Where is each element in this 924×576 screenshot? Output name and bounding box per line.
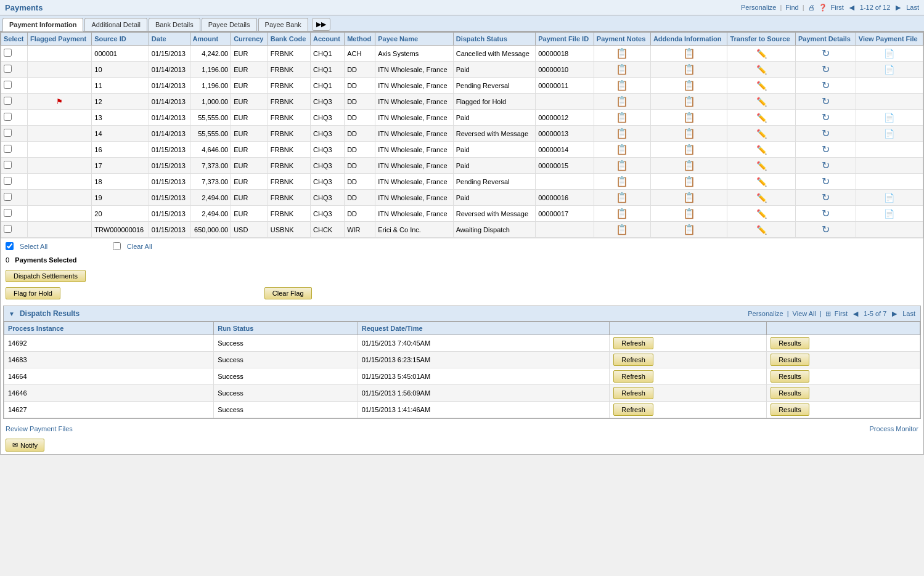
transfer-icon[interactable]: ✏️ [756, 81, 767, 91]
notes-icon[interactable]: 📋 [616, 48, 628, 59]
dispatch-results-button[interactable]: Results [771, 354, 809, 366]
review-payment-files-link[interactable]: Review Payment Files [6, 425, 73, 432]
notes-icon[interactable]: 📋 [616, 224, 628, 235]
tab-additional-detail[interactable]: Additional Detail [84, 18, 147, 31]
cell-payment-details[interactable]: ↻ [795, 206, 856, 222]
cell-select[interactable] [1, 78, 28, 94]
notes-icon[interactable]: 📋 [616, 96, 628, 107]
cell-addenda[interactable]: 📋 [650, 126, 727, 142]
cell-view-payment-file[interactable]: 📄 [856, 62, 923, 78]
tab-arrow[interactable]: ▶▶ [312, 18, 330, 31]
process-monitor-link[interactable]: Process Monitor [870, 425, 918, 432]
cell-view-payment-file[interactable]: 📄 [856, 126, 923, 142]
cell-select[interactable] [1, 206, 28, 222]
cell-transfer[interactable]: ✏️ [727, 78, 796, 94]
cell-select[interactable] [1, 110, 28, 126]
dispatch-last[interactable]: Last [902, 310, 915, 317]
cell-payment-notes[interactable]: 📋 [594, 206, 650, 222]
collapse-arrow[interactable]: ▼ [9, 310, 15, 317]
cell-payment-details[interactable]: ↻ [795, 142, 856, 158]
dispatch-cell-refresh-btn[interactable]: Refresh [610, 335, 767, 352]
row-checkbox[interactable] [4, 129, 12, 137]
dispatch-refresh-button[interactable]: Refresh [613, 337, 653, 349]
cell-select[interactable] [1, 174, 28, 190]
addenda-icon[interactable]: 📋 [683, 48, 695, 59]
row-checkbox[interactable] [4, 81, 12, 89]
find-link[interactable]: Find [785, 4, 798, 11]
row-checkbox[interactable] [4, 49, 12, 57]
doc-icon[interactable]: 📄 [884, 49, 894, 59]
dispatch-prev-arrow[interactable]: ◄ [851, 309, 860, 318]
row-checkbox[interactable] [4, 145, 12, 153]
cell-view-payment-file[interactable] [856, 142, 923, 158]
addenda-icon[interactable]: 📋 [683, 160, 695, 171]
transfer-icon[interactable]: ✏️ [756, 225, 767, 235]
cell-select[interactable] [1, 94, 28, 110]
notes-icon[interactable]: 📋 [616, 208, 628, 219]
dispatch-cell-results-btn[interactable]: Results [767, 352, 920, 368]
cell-transfer[interactable]: ✏️ [727, 110, 796, 126]
print-icon[interactable]: 🖨 [808, 4, 815, 11]
cell-payment-notes[interactable]: 📋 [594, 78, 650, 94]
flag-hold-button[interactable]: Flag for Hold [6, 287, 60, 299]
refresh-icon[interactable]: ↻ [822, 144, 830, 155]
cell-transfer[interactable]: ✏️ [727, 206, 796, 222]
cell-addenda[interactable]: 📋 [650, 62, 727, 78]
cell-view-payment-file[interactable] [856, 158, 923, 174]
cell-payment-notes[interactable]: 📋 [594, 46, 650, 62]
cell-view-payment-file[interactable]: 📄 [856, 206, 923, 222]
cell-select[interactable] [1, 222, 28, 238]
refresh-icon[interactable]: ↻ [822, 208, 830, 219]
row-checkbox[interactable] [4, 193, 12, 201]
dispatch-view-all-link[interactable]: View All [793, 310, 816, 317]
row-checkbox[interactable] [4, 177, 12, 185]
cell-payment-details[interactable]: ↻ [795, 46, 856, 62]
select-all-checkbox[interactable] [6, 242, 14, 250]
notes-icon[interactable]: 📋 [616, 176, 628, 187]
doc-icon[interactable]: 📄 [884, 113, 894, 123]
doc-icon[interactable]: 📄 [884, 65, 894, 75]
transfer-icon[interactable]: ✏️ [756, 97, 767, 107]
cell-payment-details[interactable]: ↻ [795, 62, 856, 78]
help-icon[interactable]: ❓ [819, 4, 827, 12]
cell-payment-notes[interactable]: 📋 [594, 142, 650, 158]
dispatch-refresh-button[interactable]: Refresh [613, 354, 653, 366]
cell-payment-details[interactable]: ↻ [795, 94, 856, 110]
refresh-icon[interactable]: ↻ [822, 160, 830, 171]
cell-transfer[interactable]: ✏️ [727, 222, 796, 238]
cell-addenda[interactable]: 📋 [650, 222, 727, 238]
cell-addenda[interactable]: 📋 [650, 46, 727, 62]
refresh-icon[interactable]: ↻ [822, 96, 830, 107]
cell-select[interactable] [1, 190, 28, 206]
dispatch-results-button[interactable]: Results [771, 370, 809, 383]
dispatch-cell-refresh-btn[interactable]: Refresh [610, 368, 767, 385]
transfer-icon[interactable]: ✏️ [756, 161, 767, 171]
cell-payment-details[interactable]: ↻ [795, 174, 856, 190]
refresh-icon[interactable]: ↻ [822, 112, 830, 123]
transfer-icon[interactable]: ✏️ [756, 129, 767, 139]
notes-icon[interactable]: 📋 [616, 144, 628, 155]
cell-view-payment-file[interactable] [856, 94, 923, 110]
cell-transfer[interactable]: ✏️ [727, 158, 796, 174]
cell-addenda[interactable]: 📋 [650, 110, 727, 126]
cell-payment-details[interactable]: ↻ [795, 222, 856, 238]
cell-transfer[interactable]: ✏️ [727, 190, 796, 206]
row-checkbox[interactable] [4, 161, 12, 169]
tab-payee-bank[interactable]: Payee Bank [258, 18, 308, 31]
cell-payment-notes[interactable]: 📋 [594, 94, 650, 110]
notes-icon[interactable]: 📋 [616, 128, 628, 139]
cell-view-payment-file[interactable]: 📄 [856, 46, 923, 62]
next-arrow[interactable]: ► [894, 2, 902, 12]
notes-icon[interactable]: 📋 [616, 64, 628, 75]
dispatch-refresh-button[interactable]: Refresh [613, 370, 653, 383]
row-checkbox[interactable] [4, 65, 12, 73]
dispatch-first[interactable]: First [835, 310, 848, 317]
tab-bank-details[interactable]: Bank Details [149, 18, 200, 31]
cell-view-payment-file[interactable] [856, 174, 923, 190]
clear-all-checkbox[interactable] [113, 242, 121, 250]
refresh-icon[interactable]: ↻ [822, 128, 830, 139]
select-all-link[interactable]: Select All [20, 243, 47, 250]
clear-flag-button[interactable]: Clear Flag [264, 287, 312, 299]
addenda-icon[interactable]: 📋 [683, 192, 695, 203]
notes-icon[interactable]: 📋 [616, 112, 628, 123]
